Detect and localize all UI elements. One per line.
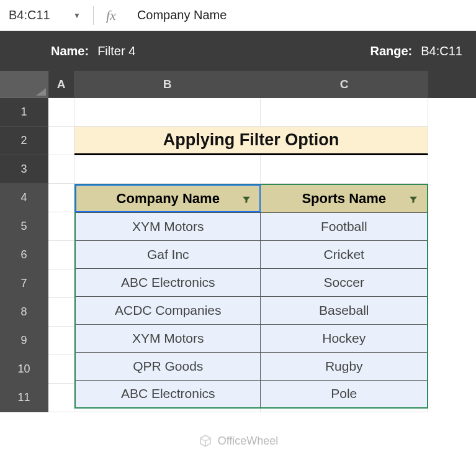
header-company[interactable]: Company Name bbox=[75, 184, 261, 212]
watermark-text: OfficeWheel bbox=[218, 435, 279, 448]
cell-company[interactable]: ABC Electronics bbox=[75, 268, 261, 296]
cell-b1[interactable] bbox=[74, 98, 261, 127]
filter-name-label: Name: bbox=[51, 44, 89, 58]
cell-a10[interactable] bbox=[48, 355, 74, 384]
row-header-2[interactable]: 2 bbox=[0, 127, 48, 155]
row-header-1[interactable]: 1 bbox=[0, 98, 48, 127]
logo-icon bbox=[198, 433, 213, 448]
cell-sport[interactable]: Soccer bbox=[261, 268, 428, 296]
cell-sport[interactable]: Football bbox=[261, 212, 428, 240]
table-row: XYM MotorsHockey bbox=[75, 324, 428, 352]
cell-sport[interactable]: Cricket bbox=[261, 240, 428, 268]
table-row: ABC ElectronicsPole bbox=[75, 380, 428, 408]
header-company-label: Company Name bbox=[117, 191, 220, 206]
cell-company[interactable]: XYM Motors bbox=[75, 324, 261, 352]
watermark: OfficeWheel bbox=[0, 433, 476, 448]
cell-a9[interactable] bbox=[48, 327, 74, 355]
cell-c3[interactable] bbox=[261, 155, 428, 184]
row-header-5[interactable]: 5 bbox=[0, 212, 48, 241]
row-header-11[interactable]: 11 bbox=[0, 384, 48, 412]
col-header-a[interactable]: A bbox=[48, 71, 74, 98]
cell-a11[interactable] bbox=[48, 384, 74, 412]
table-row: QPR GoodsRugby bbox=[75, 352, 428, 380]
cell-sport[interactable]: Rugby bbox=[261, 352, 428, 380]
column-header-row: A B C bbox=[48, 71, 476, 98]
cell-company[interactable]: XYM Motors bbox=[75, 212, 261, 240]
row-header-7[interactable]: 7 bbox=[0, 269, 48, 298]
fx-icon: fx bbox=[106, 7, 116, 24]
name-box-dropdown-icon[interactable]: ▼ bbox=[73, 11, 81, 20]
sheet-title[interactable]: Applying Filter Option bbox=[74, 127, 428, 155]
table-row: Gaf IncCricket bbox=[75, 240, 428, 268]
cell-c1[interactable] bbox=[261, 98, 428, 127]
formula-bar: B4:C11 ▼ fx Company Name bbox=[0, 0, 476, 31]
cells-body[interactable]: Applying Filter Option bbox=[48, 98, 476, 412]
filter-range-label: Range: bbox=[370, 44, 412, 58]
header-sport-label: Sports Name bbox=[302, 191, 386, 206]
cell-company[interactable]: ABC Electronics bbox=[75, 380, 261, 408]
formula-content[interactable]: Company Name bbox=[137, 8, 227, 22]
table-row: ACDC CompaniesBaseball bbox=[75, 296, 428, 324]
cell-company[interactable]: Gaf Inc bbox=[75, 240, 261, 268]
filter-icon[interactable] bbox=[407, 193, 420, 204]
filter-view-bar: Name: Filter 4 Range: B4:C11 bbox=[0, 31, 476, 71]
spreadsheet-grid: 1 2 3 4 5 6 7 8 9 10 11 A B C Applying F bbox=[0, 71, 476, 412]
sheet-area: A B C Applying Filter Option bbox=[48, 71, 476, 412]
col-header-b[interactable]: B bbox=[74, 71, 261, 98]
cell-a7[interactable] bbox=[48, 269, 74, 298]
row-header-4[interactable]: 4 bbox=[0, 184, 48, 212]
row-header-6[interactable]: 6 bbox=[0, 241, 48, 269]
cell-a4[interactable] bbox=[48, 184, 74, 212]
cell-a6[interactable] bbox=[48, 241, 74, 269]
cell-a5[interactable] bbox=[48, 212, 74, 241]
filter-name-value[interactable]: Filter 4 bbox=[97, 44, 135, 58]
filter-icon[interactable] bbox=[240, 193, 253, 204]
data-table: Company Name Sports Name bbox=[74, 184, 428, 409]
cell-a3[interactable] bbox=[48, 155, 74, 184]
table-body: XYM MotorsFootball Gaf IncCricket ABC El… bbox=[75, 212, 428, 408]
col-header-c[interactable]: C bbox=[261, 71, 428, 98]
divider bbox=[93, 6, 94, 25]
name-box[interactable]: B4:C11 ▼ bbox=[0, 8, 87, 22]
table-row: ABC ElectronicsSoccer bbox=[75, 268, 428, 296]
row-header-3[interactable]: 3 bbox=[0, 155, 48, 184]
cell-a1[interactable] bbox=[48, 98, 74, 127]
cell-a2[interactable] bbox=[48, 127, 74, 155]
cell-sport[interactable]: Pole bbox=[261, 380, 428, 408]
cell-reference: B4:C11 bbox=[9, 8, 50, 22]
row-header-9[interactable]: 9 bbox=[0, 327, 48, 355]
cell-company[interactable]: ACDC Companies bbox=[75, 296, 261, 324]
row-header-10[interactable]: 10 bbox=[0, 355, 48, 384]
row-header-gutter: 1 2 3 4 5 6 7 8 9 10 11 bbox=[0, 71, 48, 412]
header-sport[interactable]: Sports Name bbox=[261, 184, 428, 212]
table-header-row: Company Name Sports Name bbox=[75, 184, 428, 212]
filter-range-value[interactable]: B4:C11 bbox=[421, 44, 462, 58]
row-header-8[interactable]: 8 bbox=[0, 298, 48, 327]
cell-company[interactable]: QPR Goods bbox=[75, 352, 261, 380]
select-all-corner[interactable] bbox=[0, 71, 48, 98]
cell-sport[interactable]: Hockey bbox=[261, 324, 428, 352]
cell-a8[interactable] bbox=[48, 298, 74, 327]
cell-b3[interactable] bbox=[74, 155, 261, 184]
table-row: XYM MotorsFootball bbox=[75, 212, 428, 240]
cell-sport[interactable]: Baseball bbox=[261, 296, 428, 324]
